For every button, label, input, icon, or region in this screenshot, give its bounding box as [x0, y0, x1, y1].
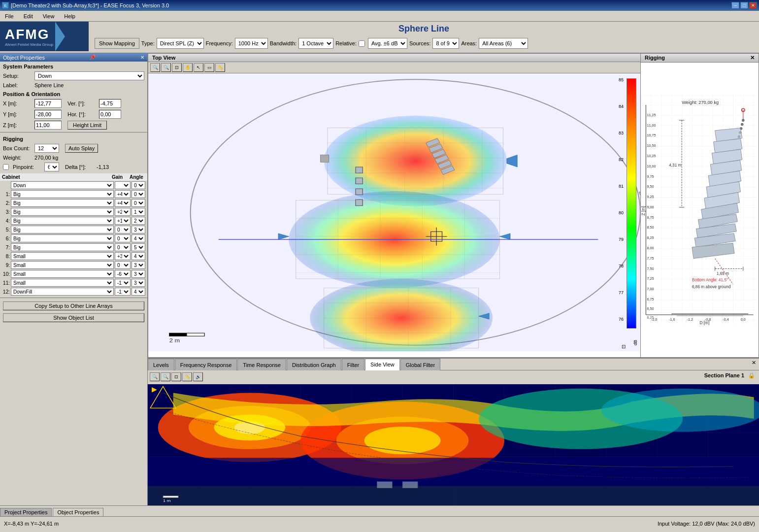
panel-close-icon[interactable]: ✕ [140, 55, 144, 60]
type-select[interactable]: Direct SPL (Z) [157, 38, 204, 49]
tab-global-filter[interactable]: Global Filter [400, 359, 440, 370]
cabinet-type-10[interactable]: Small [11, 270, 114, 278]
bandwidth-select[interactable]: 1 Octave [298, 38, 333, 49]
show-object-list-button[interactable]: Show Object List [3, 313, 144, 322]
minimize-button[interactable]: ─ [731, 2, 739, 9]
menu-help[interactable]: Help [61, 12, 78, 20]
lock-icon[interactable]: 🔒 [748, 372, 755, 379]
relative-checkbox[interactable] [359, 40, 365, 47]
z-label: Z [m]: [3, 122, 33, 128]
cabinet-gain-10[interactable]: -6 [115, 270, 131, 278]
rigging-close-icon[interactable]: ✕ [750, 55, 755, 61]
box-count-select[interactable]: 12 [34, 144, 59, 153]
cabinet-type-5[interactable]: Big [11, 226, 114, 233]
frequency-select[interactable]: 1000 Hz [235, 38, 268, 49]
cabinet-gain-9[interactable]: 0 [115, 261, 131, 269]
height-limit-button[interactable]: Height Limit [67, 121, 107, 130]
cabinet-angle-5[interactable]: 3 [132, 226, 145, 233]
cabinet-gain-7[interactable]: 0 [115, 243, 131, 251]
project-properties-tab[interactable]: Project Properties [0, 508, 52, 516]
copy-setup-button[interactable]: Copy Setup to Other Line Arrays [3, 301, 144, 310]
bottom-measure-icon[interactable]: 📏 [182, 372, 192, 381]
cabinet-angle-6[interactable]: 4 [132, 234, 145, 242]
cabinet-angle-4[interactable]: 2 [132, 217, 145, 225]
object-properties-tab[interactable]: Object Properties [53, 508, 103, 516]
pinpoint-select[interactable]: 6 [44, 163, 59, 171]
relative-select[interactable]: Avg. ±6 dB [368, 38, 407, 49]
zoom-out-icon[interactable]: 🔍 [161, 63, 171, 72]
cabinet-angle-9[interactable]: 3 [132, 261, 145, 269]
zoom-fit-icon[interactable]: ⊡ [172, 63, 182, 72]
cabinet-angle-7[interactable]: 5 [132, 243, 145, 251]
status-bar: X=-8,43 m Y=-24,61 m Input Voltage: 12,0… [0, 516, 759, 530]
cabinet-angle-12[interactable]: 4 [132, 288, 145, 296]
auto-splay-button[interactable]: Auto Splay [65, 144, 98, 153]
bottom-zoom-in-icon[interactable]: 🔍 [150, 372, 160, 381]
menu-view[interactable]: View [40, 12, 58, 20]
cabinet-type-7[interactable]: Big [11, 243, 114, 251]
cabinet-gain-8[interactable]: +3 [115, 252, 131, 260]
cabinet-type-1[interactable]: Big [11, 190, 114, 198]
cabinet-type-9[interactable]: Small [11, 261, 114, 269]
show-mapping-button[interactable]: Show Mapping [95, 38, 139, 49]
cabinet-type-6[interactable]: Big [11, 234, 114, 242]
fullscreen-icon[interactable]: ⊡ [622, 344, 626, 349]
pinpoint-checkbox[interactable] [3, 164, 9, 170]
cabinet-angle-11[interactable]: 3 [132, 279, 145, 287]
tab-frequency-response[interactable]: Frequency Response [175, 359, 237, 370]
tab-filter[interactable]: Filter [342, 359, 364, 370]
cabinet-gain-3[interactable]: +2 [115, 208, 131, 216]
ver-input[interactable]: -4,75 [99, 99, 121, 108]
panel-pin-icon[interactable]: 📌 [89, 54, 96, 61]
cabinet-type-2[interactable]: Big [11, 199, 114, 207]
cabinet-gain-12[interactable]: -12 [115, 288, 131, 296]
tab-distribution-graph[interactable]: Distribution Graph [287, 359, 341, 370]
tab-time-response[interactable]: Time Response [237, 359, 286, 370]
cabinet-gain-11[interactable]: -12 [115, 279, 131, 287]
zoom-in-icon[interactable]: 🔍 [150, 63, 160, 72]
cabinet-type-12[interactable]: DownFill [11, 288, 114, 296]
menu-file[interactable]: File [2, 12, 17, 20]
pan-icon[interactable]: ✋ [183, 63, 193, 72]
cabinet-type-4[interactable]: Big [11, 217, 114, 225]
cabinet-type-3[interactable]: Big [11, 208, 114, 216]
bottom-speaker-icon[interactable]: 🔊 [193, 372, 203, 381]
bottom-zoom-fit-icon[interactable]: ⊡ [171, 372, 181, 381]
cabinet-angle-2[interactable]: 0 [132, 199, 145, 207]
hor-input[interactable]: 0,00 [99, 110, 121, 119]
cabinet-header-angle[interactable]: 0 [132, 181, 145, 189]
title-controls[interactable]: ─ □ ✕ [731, 2, 757, 9]
cabinet-angle-8[interactable]: 4 [132, 252, 145, 260]
x-input[interactable]: -12,77 [34, 99, 62, 108]
cabinet-angle-1[interactable]: 0 [132, 190, 145, 198]
cabinet-gain-6[interactable]: 0 [115, 234, 131, 242]
cabinet-header-select[interactable]: Down [11, 181, 114, 189]
rect-select-icon[interactable]: ▭ [204, 63, 214, 72]
cabinet-gain-1[interactable]: +4 [115, 190, 131, 198]
setup-select[interactable]: Down [34, 71, 144, 80]
tab-side-view[interactable]: Side View [365, 359, 400, 370]
cabinet-type-11[interactable]: Small [11, 279, 114, 287]
cabinet-type-8[interactable]: Small [11, 252, 114, 260]
tab-levels[interactable]: Levels [148, 359, 174, 370]
cabinet-angle-10[interactable]: 3 [132, 270, 145, 278]
cabinet-angle-3[interactable]: 1 [132, 208, 145, 216]
close-button[interactable]: ✕ [749, 2, 757, 9]
measure-icon[interactable]: 📏 [215, 63, 225, 72]
maximize-button[interactable]: □ [740, 2, 748, 9]
top-view-heatmap[interactable]: 2 m 85 84 83 82 81 80 79 78 77 76 [148, 73, 640, 351]
svg-rect-38 [356, 167, 363, 173]
cabinet-gain-4[interactable]: +1 [115, 217, 131, 225]
z-input[interactable]: 11,00 [34, 121, 62, 130]
menu-edit[interactable]: Edit [21, 12, 36, 20]
bottom-zoom-out-icon[interactable]: 🔍 [161, 372, 170, 381]
select-icon[interactable]: ↖ [194, 63, 203, 72]
cabinet-gain-5[interactable]: 0 [115, 226, 131, 233]
y-input[interactable]: -28,00 [34, 110, 62, 119]
cabinet-header-gain[interactable] [115, 181, 131, 189]
bottom-close-icon[interactable]: ✕ [749, 359, 759, 370]
areas-select[interactable]: All Areas (6) [479, 38, 528, 49]
sources-select[interactable]: 8 of 9 [432, 38, 459, 49]
section-heatmap-svg: 1 m [148, 384, 759, 505]
cabinet-gain-2[interactable]: +4 [115, 199, 131, 207]
